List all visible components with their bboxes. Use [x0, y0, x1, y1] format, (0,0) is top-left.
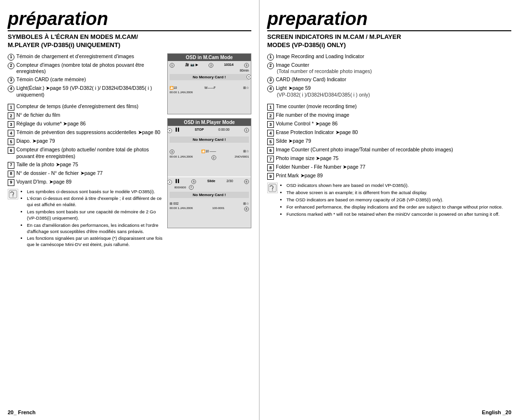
en-num-2-sq: 2: [267, 112, 274, 119]
osd-player-box: OSD in M.Player Mode 4 ▐ ▌ STOP 0:00:00 …: [167, 118, 251, 228]
num-5-sq: 5: [8, 138, 14, 145]
en-num-4-sq: 4: [267, 130, 274, 136]
list-item: 2 Compteur d'images (nombre total de pho…: [8, 62, 163, 75]
en-num-3-sq: 3: [267, 121, 274, 128]
list-item: 9 Voyant D'Imp. ➤page 89: [8, 179, 163, 186]
list-item: 2 Image Counter (Total number of recorda…: [267, 62, 511, 75]
osd-no-card-mcam: No Memory Card !: [170, 74, 249, 80]
num-4-sq: 4: [8, 130, 14, 136]
osd-player-title: OSD in M.Player Mode: [168, 119, 251, 126]
list-item: 1 Image Recording and Loading Indicator: [267, 53, 511, 61]
list-item: 8 N° de dossier - N° de fichier ➤page 77: [8, 170, 163, 177]
num-9-sq: 9: [8, 179, 14, 186]
list-item: 9 Print Mark ➤page 89: [267, 173, 511, 180]
en-num-7-sq: 7: [267, 156, 274, 162]
en-num-3-circle: 3: [267, 77, 274, 84]
english-note-content: OSD indicators shown here are based on m…: [281, 183, 503, 218]
list-item: 7 Photo image size ➤page 75: [267, 155, 511, 162]
list-item: 2 N° de fichier du film: [8, 112, 163, 119]
num-3-sq: 3: [8, 121, 14, 128]
num-3-circle: 3: [8, 77, 14, 84]
list-item: 3 Volume Control * ➤page 86: [267, 121, 511, 128]
osd-num1: 1: [170, 63, 174, 68]
french-content-area: 1 Témoin de chargement et d'enregistreme…: [8, 53, 251, 408]
list-item: 5 Silde ➤page 79: [267, 138, 511, 145]
svg-point-3: [272, 190, 273, 191]
en-num-1-circle: 1: [267, 54, 274, 61]
list-item: 2 File number of the moving image: [267, 112, 511, 119]
english-indicators: 1 Image Recording and Loading Indicator …: [267, 53, 511, 408]
num-2-sq: 2: [8, 112, 14, 119]
list-item: 3 CARD (Memory Card) Indicator: [267, 76, 511, 84]
list-item: 6 Compteur d'images (photo actuelle/ nom…: [8, 147, 163, 160]
list-item: 6 Image Counter (Current photo image/Tot…: [267, 147, 511, 154]
osd-slide-screen: 4 ▐ ▌ 5 Slide 2/30 6 800X600 7: [168, 177, 251, 228]
left-panel: préparation SYMBOLES À L'ÉCRAN EN MODES …: [0, 0, 260, 420]
english-title: preparation: [267, 9, 511, 31]
list-item: 1 Compteur de temps (durée d'enregistrem…: [8, 103, 163, 111]
svg-point-1: [12, 196, 13, 197]
osd-num2: 2: [209, 63, 213, 68]
note-icon: [8, 189, 18, 199]
english-group1: 1 Image Recording and Loading Indicator …: [267, 53, 511, 99]
list-item: 8 Folder Number - File Number ➤page 77: [267, 164, 511, 171]
french-note-content: Les symboles ci-dessous sont basés sur l…: [21, 189, 163, 249]
french-note-box: Les symboles ci-dessous sont basés sur l…: [8, 189, 163, 249]
num-8-sq: 8: [8, 171, 14, 177]
en-num-9-sq: 9: [267, 173, 274, 180]
french-page-num: 20_ French: [8, 409, 36, 415]
list-item: 7 Taille de la photo ➤page 75: [8, 161, 163, 169]
right-footer: English _20: [267, 409, 511, 415]
en-num-5-sq: 5: [267, 138, 274, 145]
num-6-sq: 6: [8, 147, 14, 154]
right-panel: preparation SCREEN INDICATORS IN M.CAM /…: [260, 0, 519, 420]
page: préparation SYMBOLES À L'ÉCRAN EN MODES …: [0, 0, 519, 420]
num-7-sq: 7: [8, 162, 14, 169]
en-num-6-sq: 6: [267, 147, 274, 154]
list-item: 5 Diapo. ➤page 79: [8, 138, 163, 145]
osd-diagrams: OSD in M.Cam Mode 1 🎥 📷 ▶ 2 10314 3 80mi…: [167, 53, 251, 408]
list-item: 1 Témoin de chargement et d'enregistreme…: [8, 53, 163, 61]
en-num-8-sq: 8: [267, 164, 274, 171]
french-subtitle: SYMBOLES À L'ÉCRAN EN MODES M.CAM/ M.PLA…: [8, 33, 251, 49]
english-subtitle: SCREEN INDICATORS IN M.CAM / M.PLAYER MO…: [267, 33, 511, 49]
en-num-2-circle: 2: [267, 62, 274, 69]
en-note-icon: [267, 183, 278, 193]
num-4-circle: 4: [8, 86, 14, 92]
list-item: 4 Light(Éclair.) ➤page 59 (VP-D382( i )/…: [8, 85, 163, 98]
list-item: 4 Témoin de prévention des suppressions …: [8, 129, 163, 136]
english-note-box: OSD indicators shown here are based on m…: [267, 183, 511, 218]
english-group2: 1 Time counter (movie recording time) 2 …: [267, 103, 511, 180]
list-item: 4 Light ➤page 59 (VP-D382( i )/D382H/D38…: [267, 85, 511, 98]
num-1-circle: 1: [8, 54, 14, 61]
left-footer: 20_ French: [8, 409, 251, 415]
french-title: préparation: [8, 9, 251, 31]
list-item: 1 Time counter (movie recording time): [267, 103, 511, 111]
list-item: 3 Témoin CARD (carte mémoire): [8, 76, 163, 84]
osd-num3: 3: [244, 63, 249, 68]
en-num-1-sq: 1: [267, 104, 274, 111]
num-2-circle: 2: [8, 62, 14, 69]
osd-player-screen1: 4 ▐ ▌ STOP 0:00:00 1 No Memory Card !: [168, 126, 251, 176]
french-group2: 1 Compteur de temps (durée d'enregistrem…: [8, 103, 163, 185]
en-num-4-circle: 4: [267, 86, 274, 92]
french-group1: 1 Témoin de chargement et d'enregistreme…: [8, 53, 163, 99]
osd-mcam-box: OSD in M.Cam Mode 1 🎥 📷 ▶ 2 10314 3 80mi…: [167, 53, 251, 114]
num-1-sq: 1: [8, 104, 14, 111]
list-item: 4 Erase Protection Indicator ➤page 80: [267, 129, 511, 136]
osd-mcam-screen: 1 🎥 📷 ▶ 2 10314 3 80min 4 No Memory C: [168, 61, 251, 114]
list-item: 3 Réglage du volume* ➤page 86: [8, 121, 163, 128]
osd-mcam-title: OSD in M.Cam Mode: [168, 54, 251, 61]
english-page-num: English _20: [482, 409, 511, 415]
osd-num4: 4: [247, 74, 251, 79]
french-indicators: 1 Témoin de chargement et d'enregistreme…: [8, 53, 163, 408]
